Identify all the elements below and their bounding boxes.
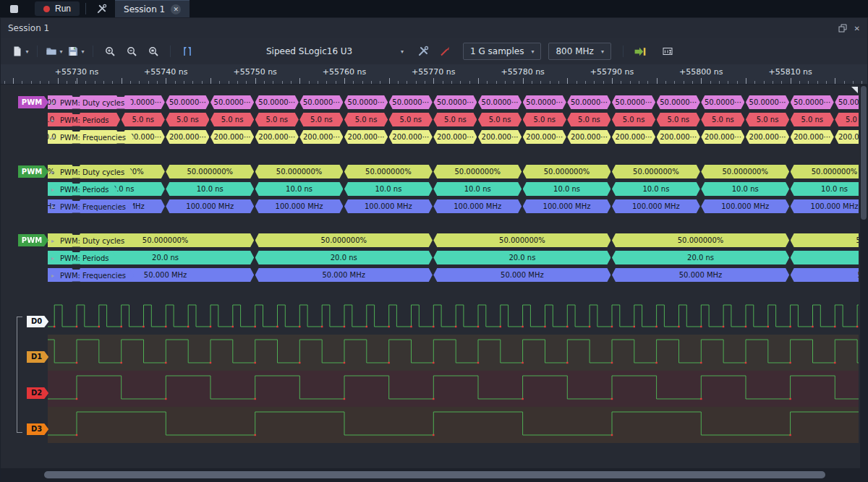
trace-view[interactable]: PWM50.0000···50.0000···50.0000···50.0000…	[1, 85, 867, 468]
annotation-cell: 50.000 MHz	[612, 268, 789, 282]
annotation-cell: 100.000 MHz	[791, 199, 859, 213]
decoder-row-label[interactable]: ▸PWM: Duty cycles	[51, 233, 132, 248]
annotation-cell: 200.000···	[835, 130, 859, 144]
float-icon	[838, 24, 847, 33]
decoder-row: 50.000000%50.000000%50.000000%50.000000%…	[48, 233, 859, 248]
waveform-d0	[48, 300, 859, 335]
zoom-out-button[interactable]	[122, 42, 141, 61]
annotation-cell: 20.0 ns	[612, 251, 789, 264]
annotation-cell: 50.0000···	[791, 95, 834, 109]
annotation-cell: 50.0000···	[657, 95, 700, 109]
decoder-row-label[interactable]: ▸PWM: Periods	[51, 113, 117, 127]
decoder-tag[interactable]: PWM	[18, 165, 48, 178]
horizontal-scrollbar[interactable]	[1, 468, 867, 481]
annotation-cell: 5.0 ns	[389, 113, 433, 126]
decoder-row: 5.0 ns5.0 ns5.0 ns5.0 ns5.0 ns5.0 ns5.0 …	[48, 113, 859, 127]
add-decoder-icon	[662, 46, 673, 57]
annotation-cell: 200.000···	[612, 130, 655, 144]
decoder-row-label[interactable]: ▸PWM: Frequencies	[51, 130, 134, 145]
zoom-in-button[interactable]	[101, 42, 119, 61]
float-panel-button[interactable]	[838, 24, 847, 33]
session-tab[interactable]: Session 1 ✕	[115, 0, 190, 17]
annotation-cell: 50.000 MHz	[433, 268, 610, 282]
annotation-cell: 200.000···	[478, 130, 522, 144]
time-ruler[interactable]: +55730 ns+55740 ns+55750 ns+55760 ns+557…	[1, 64, 867, 85]
horizontal-scrollbar-thumb[interactable]	[44, 471, 825, 478]
probe-button[interactable]	[435, 42, 454, 61]
annotation-cell: 50.0000···	[389, 95, 433, 109]
annotation-cell: 5.0 ns	[166, 113, 209, 126]
annotation-cell: 10.0 ns	[166, 182, 254, 196]
separator	[37, 46, 38, 57]
annotation-cell: 50.0000···	[166, 95, 209, 109]
window-tab-bar: Run Session 1 ✕	[0, 0, 868, 17]
decoder-row: 10.0 ns10.0 ns10.0 ns10.0 ns10.0 ns10.0 …	[48, 182, 859, 197]
channel-label-d2[interactable]: D2	[27, 387, 48, 399]
decoder-row-label[interactable]: ▸PWM: Duty cycles	[51, 165, 132, 179]
close-tab-icon[interactable]: ✕	[171, 4, 181, 14]
channel-label-d0[interactable]: D0	[27, 316, 48, 327]
decoder-row-label[interactable]: ▸PWM: Duty cycles	[51, 95, 132, 110]
new-file-button[interactable]: ▾	[11, 42, 30, 61]
sample-rate-select[interactable]: 800 MHz ▾	[548, 43, 610, 60]
decoder-row-label[interactable]: ▸PWM: Frequencies	[51, 199, 134, 214]
channel-label-d3[interactable]: D3	[27, 423, 48, 435]
expander-icon: ▸	[51, 134, 54, 141]
channels-button[interactable]	[631, 42, 650, 61]
separator	[170, 46, 171, 57]
ruler-tick-label: +55800 ns	[679, 67, 723, 77]
caret-down-icon: ▾	[601, 48, 604, 55]
annotation-cell: 20.0 ns	[433, 251, 610, 264]
sample-rate-value: 800 MHz	[556, 46, 593, 56]
annotation-cell: 5.0 ns	[612, 113, 655, 126]
annotation-cell: 5.0 ns	[122, 113, 165, 126]
annotation-cell: 50.0000···	[344, 95, 388, 109]
annotation-cell: 10.0 ns	[701, 182, 789, 196]
vertical-scrollbar-thumb[interactable]	[861, 86, 867, 220]
annotation-cell: 20.0 ns	[255, 251, 433, 264]
ruler-tick-label: +55780 ns	[501, 67, 544, 77]
channel-label-d1[interactable]: D1	[27, 351, 48, 363]
decoder-row-label[interactable]: ▸PWM: Periods	[51, 251, 117, 265]
decoder-row-tag: PWM: Frequencies	[56, 201, 134, 213]
annotation-cell: 50.000000%	[433, 165, 522, 178]
annotation-cell: 50.000000%	[255, 233, 433, 247]
add-decoder-button[interactable]	[658, 42, 677, 61]
new-file-icon	[12, 46, 23, 57]
sample-count-select[interactable]: 1 G samples ▾	[463, 43, 541, 60]
decoder-row-tag: PWM: Frequencies	[56, 270, 134, 282]
cursors-button[interactable]	[178, 42, 197, 61]
separator	[93, 46, 93, 57]
waveform-d1	[48, 335, 859, 371]
tools-tab-button[interactable]	[92, 1, 111, 16]
run-button[interactable]: Run	[35, 1, 80, 16]
zoom-in-icon	[104, 46, 116, 57]
annotation-cell: 20.0 ns	[791, 251, 859, 264]
toolbar: ▾ ▾ ▾	[1, 38, 867, 64]
decoder-row: 100.000 MHz100.000 MHz100.000 MHz100.000…	[48, 199, 859, 214]
decoder-tag[interactable]: PWM	[18, 96, 48, 108]
decoder-tag[interactable]: PWM	[18, 234, 48, 246]
folder-icon	[46, 46, 57, 57]
window-menu-button[interactable]	[4, 1, 23, 16]
annotation-cell: 50.000000%	[612, 165, 700, 178]
caret-down-icon: ▾	[531, 48, 534, 55]
waveform-d3	[48, 407, 859, 443]
annotation-cell: 50.0000···	[701, 95, 744, 109]
zoom-fit-button[interactable]	[144, 42, 163, 61]
save-button[interactable]: ▾	[67, 42, 85, 61]
device-select[interactable]: Sipeed SLogic16 U3 ▾	[259, 42, 411, 61]
sample-count-value: 1 G samples	[470, 46, 524, 56]
caret-down-icon: ▾	[401, 48, 404, 55]
annotation-cell: 50.000 MHz	[255, 268, 433, 282]
vertical-scrollbar[interactable]	[860, 85, 867, 468]
annotation-cell: 200.000···	[389, 130, 433, 144]
open-button[interactable]: ▾	[45, 42, 64, 61]
decoder-row-tag: PWM: Duty cycles	[56, 235, 132, 247]
device-config-button[interactable]	[414, 42, 433, 61]
decoder-row-label[interactable]: ▸PWM: Frequencies	[51, 268, 134, 283]
decoder-row-tag: PWM: Periods	[56, 184, 117, 196]
close-panel-button[interactable]: ✕	[854, 25, 860, 33]
decoder-row-label[interactable]: ▸PWM: Periods	[51, 182, 117, 197]
decoder-row: 50.000 MHz50.000 MHz50.000 MHz50.000 MHz…	[48, 268, 859, 283]
